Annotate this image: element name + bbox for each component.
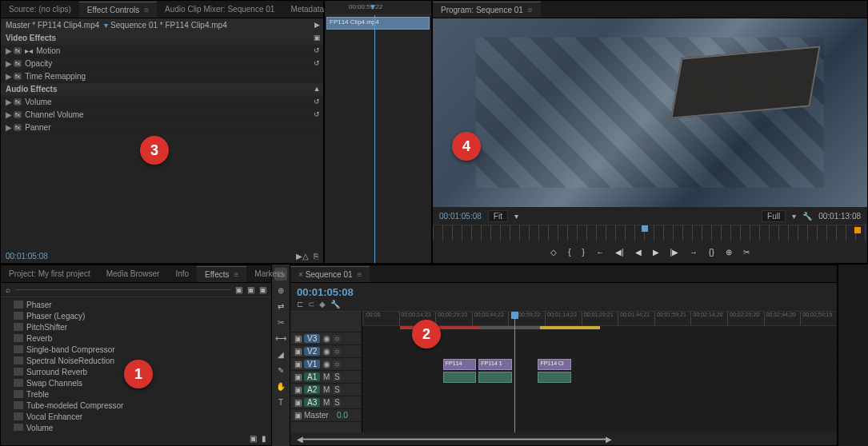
play-reverse-button[interactable]: ◀ bbox=[635, 248, 642, 257]
track-v2[interactable] bbox=[362, 345, 837, 358]
toggle-track-output-icon[interactable]: ▣ bbox=[294, 386, 302, 394]
razor-tool[interactable]: ✂ bbox=[274, 316, 287, 329]
glyph-reset-icon[interactable]: ↺ bbox=[310, 57, 323, 70]
track-v1[interactable]: FP114 FP114 1 FP114 Cl bbox=[362, 358, 837, 371]
track-head-v1[interactable]: ▣V1◉○ bbox=[290, 358, 362, 371]
track-head-v3[interactable]: ▣V3◉○ bbox=[290, 333, 362, 345]
mute-icon[interactable]: ◉ bbox=[322, 335, 330, 343]
program-video-frame[interactable] bbox=[433, 18, 867, 207]
effect-panner[interactable]: ▶fxPanner bbox=[1, 121, 323, 134]
hand-tool[interactable]: ✎ bbox=[274, 364, 287, 376]
program-out-marker[interactable] bbox=[854, 227, 861, 233]
ripple-edit-tool[interactable]: ⇄ bbox=[274, 300, 287, 313]
panel-menu-icon[interactable]: ≡ bbox=[144, 6, 149, 14]
mini-timeline-ruler[interactable]: 00:00:59:22 ▼ bbox=[325, 1, 431, 15]
panel-menu-icon[interactable]: ≡ bbox=[358, 270, 362, 279]
zoom-fit-select[interactable]: Fit bbox=[488, 210, 508, 222]
clip-v1-1[interactable]: FP114 bbox=[443, 359, 477, 370]
mark-in-button[interactable]: { bbox=[568, 248, 570, 257]
lock-icon[interactable]: ○ bbox=[333, 360, 341, 368]
step-back-button[interactable]: ◀| bbox=[615, 248, 624, 257]
panel-menu-icon[interactable]: ≡ bbox=[528, 6, 533, 14]
effect-volume[interactable]: ▶fxVolume bbox=[1, 96, 323, 109]
new-bin-icon[interactable]: ▣ bbox=[250, 434, 257, 443]
toggle-track-output-icon[interactable]: ▣ bbox=[294, 373, 302, 381]
effects-item[interactable]: Tube-modeled Compressor bbox=[2, 400, 270, 411]
toggle-track-output-icon[interactable]: ▣ bbox=[294, 399, 302, 407]
track-a1[interactable] bbox=[362, 371, 837, 384]
tab-sequence[interactable]: × Sequence 01≡ bbox=[290, 266, 370, 282]
clip-v1-2[interactable]: FP114 1 bbox=[478, 359, 512, 370]
slip-tool[interactable]: ⟷ bbox=[274, 332, 287, 344]
lock-icon[interactable]: ○ bbox=[333, 348, 341, 356]
video-effects-header[interactable]: Video Effects bbox=[1, 32, 323, 45]
timeline-playhead[interactable] bbox=[514, 312, 515, 432]
effects-item[interactable]: Volume bbox=[2, 422, 270, 431]
resolution-select[interactable]: Full bbox=[762, 210, 786, 222]
filter-icon[interactable]: ▣ bbox=[259, 285, 266, 294]
clip-a1-1[interactable] bbox=[443, 372, 477, 383]
clip-a1-2[interactable] bbox=[478, 372, 512, 383]
effect-channel-volume[interactable]: ▶fxChannel Volume bbox=[1, 109, 323, 121]
glyph-reset-icon[interactable]: ↺ bbox=[310, 95, 323, 108]
tab-effect-controls[interactable]: Effect Controls≡ bbox=[79, 2, 157, 18]
type-tool[interactable]: T bbox=[274, 396, 287, 408]
mute-icon[interactable]: ◉ bbox=[322, 360, 330, 368]
track-select-tool[interactable]: ⊕ bbox=[274, 284, 287, 297]
program-timecode[interactable]: 00:01:05:08 bbox=[439, 212, 482, 221]
effects-item[interactable]: Phaser bbox=[2, 299, 270, 310]
track-head-a3[interactable]: ▣A3MS bbox=[290, 396, 362, 409]
audio-effects-header[interactable]: Audio Effects bbox=[1, 83, 323, 96]
effects-item[interactable]: Vocal Enhancer bbox=[2, 411, 270, 422]
effect-motion[interactable]: ▶fx▸◂Motion bbox=[1, 45, 323, 58]
chevron-down-icon[interactable]: ▾ bbox=[792, 212, 796, 221]
toggle-track-output-icon[interactable]: ▣ bbox=[294, 360, 302, 368]
tab-program[interactable]: Program: Sequence 01≡ bbox=[433, 2, 541, 18]
go-to-out-button[interactable]: → bbox=[690, 248, 698, 257]
mark-out-button[interactable]: } bbox=[582, 248, 585, 257]
marker-icon[interactable]: ◆ bbox=[319, 300, 326, 309]
tab-project[interactable]: Project: My first project bbox=[1, 266, 98, 281]
mute-icon[interactable]: ◉ bbox=[322, 348, 330, 356]
effect-opacity[interactable]: ▶fxOpacity bbox=[1, 58, 323, 70]
lift-button[interactable]: {} bbox=[709, 248, 714, 257]
tab-media-browser[interactable]: Media Browser bbox=[98, 266, 168, 281]
effects-item[interactable]: Single-band Compressor bbox=[2, 344, 270, 355]
track-head-master[interactable]: ▣Master 0.0 bbox=[290, 409, 362, 422]
export-frame-icon[interactable]: ⎘ bbox=[314, 252, 318, 261]
effects-item[interactable]: Reverb bbox=[2, 333, 270, 344]
add-marker-button[interactable]: ◇ bbox=[550, 248, 557, 257]
toggle-track-output-icon[interactable]: ▣ bbox=[294, 335, 302, 343]
tab-effects[interactable]: Effects≡ bbox=[197, 266, 246, 282]
clip-v1-3[interactable]: FP114 Cl bbox=[538, 359, 571, 370]
panel-menu-icon[interactable]: ≡ bbox=[234, 270, 238, 279]
effects-item[interactable]: Phaser (Legacy) bbox=[2, 310, 270, 321]
timeline-timecode[interactable]: 00:01:05:08 bbox=[297, 286, 354, 298]
glyph-reset-icon[interactable]: ↺ bbox=[310, 44, 323, 57]
trash-icon[interactable]: ▮ bbox=[262, 434, 266, 443]
glyph-reset-icon[interactable]: ↺ bbox=[310, 108, 323, 121]
tab-markers[interactable]: Markers bbox=[246, 266, 291, 281]
linked-selection-icon[interactable]: ⊂ bbox=[308, 300, 314, 309]
lock-icon[interactable]: ○ bbox=[333, 335, 341, 343]
tab-info[interactable]: Info bbox=[167, 266, 197, 281]
zoom-scrollbar[interactable]: ◀━━━━━━━━━━━━━━━━━━━━━━━━━━━━━━━━━━━━━━━… bbox=[297, 435, 612, 444]
program-ruler[interactable] bbox=[433, 225, 867, 241]
filter-icon[interactable]: ▣ bbox=[247, 285, 254, 294]
track-a3[interactable] bbox=[362, 396, 837, 409]
snap-icon[interactable]: ⊏ bbox=[297, 300, 303, 309]
track-master[interactable] bbox=[362, 409, 837, 422]
effects-item[interactable]: Treble bbox=[2, 388, 270, 400]
toggle-track-output-icon[interactable]: ▣ bbox=[294, 412, 302, 420]
track-head-a1[interactable]: ▣A1MS bbox=[290, 371, 362, 384]
track-head-v2[interactable]: ▣V2◉○ bbox=[290, 345, 362, 358]
mini-playhead-line[interactable] bbox=[374, 15, 375, 263]
clip-a1-3[interactable] bbox=[538, 372, 571, 383]
zoom-out-icon[interactable]: ▶△ bbox=[296, 252, 309, 261]
tab-audio-mixer[interactable]: Audio Clip Mixer: Sequence 01 bbox=[157, 2, 282, 17]
pen-tool[interactable]: ◢ bbox=[274, 348, 287, 360]
effect-controls-timecode[interactable]: 00:01:05:08 bbox=[6, 252, 48, 261]
mini-playhead-icon[interactable]: ▼ bbox=[369, 2, 377, 11]
program-playhead-icon[interactable] bbox=[642, 225, 648, 232]
tab-source[interactable]: Source: (no clips) bbox=[1, 2, 79, 17]
